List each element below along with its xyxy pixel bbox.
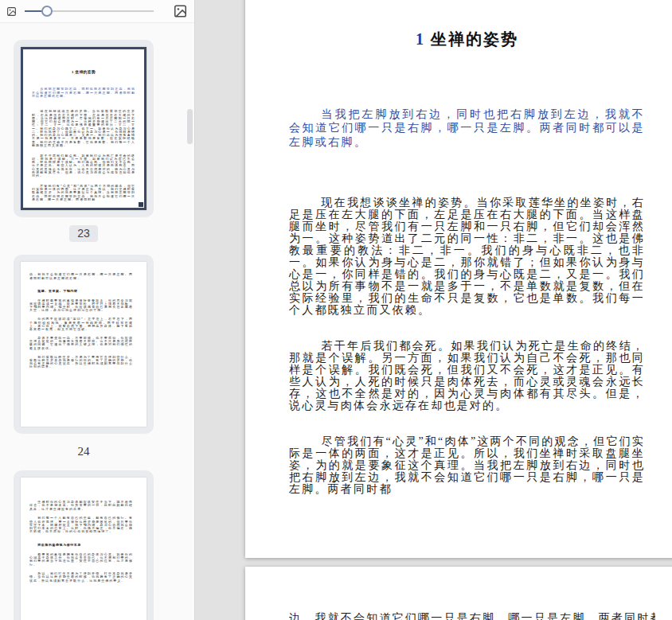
large-image-icon [173, 4, 188, 18]
thumbnail-page-24[interactable]: 边，我就不会知道它们哪一只是右脚，哪一只是左脚。两者同时都可以是左脚或右脚。 挺… [14, 255, 154, 434]
chapter-title: 1坐禅的姿势 [289, 29, 645, 50]
thumbnail-list: 1 坐禅的姿势 当我把左脚放到右边，同时也把右脚放到左边，我就不会知道它们哪一只… [0, 40, 194, 620]
paragraph: 尽管我们有“心灵”和“肉体”这两个不同的观念，但它们实际是一体的两面，这才是正见… [289, 435, 645, 495]
thumbnail-page-24-preview[interactable]: 边，我就不会知道它们哪一只是右脚，哪一只是左脚。两者同时都可以是左脚或右脚。 挺… [21, 262, 147, 427]
paragraph-continuation: 边，我就不会知道它们哪一只是右脚，哪一只是左脚。两者同时都 [289, 611, 655, 620]
thumbnail-page-23-preview[interactable]: 1 坐禅的姿势 当我把左脚放到右边，同时也把右脚放到左边，我就不会知道它们哪一只… [21, 47, 147, 210]
thumbnail-toolbar [0, 0, 194, 23]
thumbnail-size-slider[interactable] [25, 0, 154, 22]
paragraph: 现在我想谈谈坐禅的姿势。当你采取莲华坐的坐姿时，右足是压在左大腿的下面，左足是压… [289, 197, 645, 316]
thumbnail-page-23[interactable]: 1 坐禅的姿势 当我把左脚放到右边，同时也把右脚放到左边，我就不会知道它们哪一只… [14, 40, 154, 217]
document-page-23: 1坐禅的姿势 当我把左脚放到右边，同时也把右脚放到左边，我就不会知道它们哪一只是… [245, 0, 672, 558]
page-viewer: 1坐禅的姿势 当我把左脚放到右边，同时也把右脚放到左边，我就不会知道它们哪一只是… [196, 0, 672, 620]
chapter-title-text: 坐禅的姿势 [431, 30, 518, 48]
thumbnail-24-content: 边，我就不会知道它们哪一只是右脚，哪一只是左脚。两者同时都可以是左脚或右脚。 挺… [21, 262, 142, 368]
thumbnail-25-content: 坐禅时你的心灵与身体都应该安住于当下，既不追悔过去，也不悬想未来。你所需要的一切… [21, 478, 142, 583]
thumbnail-panel: 1 坐禅的姿势 当我把左脚放到右边，同时也把右脚放到左边，我就不会知道它们哪一只… [0, 0, 195, 620]
selection-corner-marker [139, 202, 143, 207]
sidebar-scrollbar[interactable] [187, 109, 193, 144]
page-23-content: 1坐禅的姿势 当我把左脚放到右边，同时也把右脚放到左边，我就不会知道它们哪一只是… [289, 29, 645, 495]
chapter-epigraph: 当我把左脚放到右边，同时也把右脚放到左边，我就不会知道它们哪一只是右脚，哪一只是… [289, 107, 645, 149]
small-image-icon [6, 6, 17, 17]
ebook-reader-window: 1 坐禅的姿势 当我把左脚放到右边，同时也把右脚放到左边，我就不会知道它们哪一只… [0, 0, 672, 620]
thumbnail-23-content: 1 坐禅的姿势 当我把左脚放到右边，同时也把右脚放到左边，我就不会知道它们哪一只… [23, 49, 144, 201]
thumbnail-page-25-preview[interactable]: 坐禅时你的心灵与身体都应该安住于当下，既不追悔过去，也不悬想未来。你所需要的一切… [21, 478, 147, 620]
chapter-number: 1 [416, 30, 425, 48]
slider-handle[interactable] [41, 6, 53, 17]
page-number-label: 24 [14, 445, 154, 458]
paragraph: 若干年后我们都会死。如果我们认为死亡是生命的终结，那就是个误解。另一方面，如果我… [289, 340, 645, 411]
thumbnail-page-25[interactable]: 坐禅时你的心灵与身体都应该安住于当下，既不追悔过去，也不悬想未来。你所需要的一切… [14, 470, 154, 620]
document-page-24: 边，我就不会知道它们哪一只是右脚，哪一只是左脚。两者同时都 [245, 567, 672, 620]
page-number-badge: 23 [69, 225, 98, 242]
